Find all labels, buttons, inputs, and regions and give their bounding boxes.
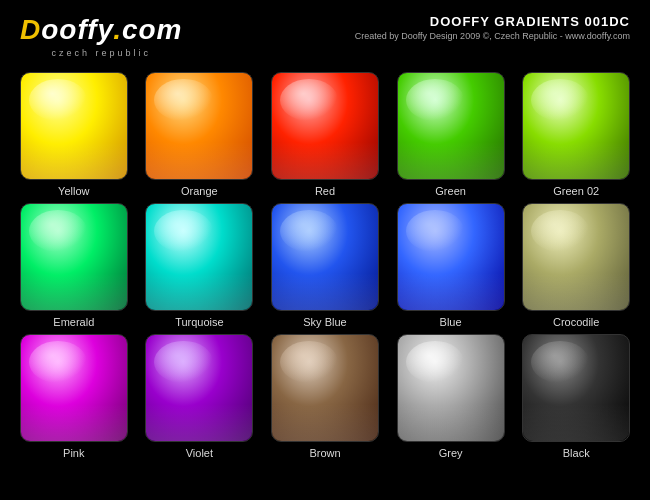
swatch-cell-violet[interactable]: Violet — [140, 334, 260, 459]
swatch-cell-yellow[interactable]: Yellow — [14, 72, 134, 197]
page: Dooffy.com czech republic DOOFFY GRADIEN… — [0, 0, 650, 469]
swatch-label-crocodile: Crocodile — [553, 316, 599, 328]
swatch-label-green02: Green 02 — [553, 185, 599, 197]
swatch-emerald — [20, 203, 128, 311]
page-title: DOOFFY GRADIENTS 001DC — [355, 14, 630, 29]
swatch-violet — [145, 334, 253, 442]
logo: Dooffy.com — [20, 14, 182, 46]
swatch-cell-green[interactable]: Green — [391, 72, 511, 197]
logo-area: Dooffy.com czech republic — [20, 14, 182, 58]
swatch-label-green: Green — [435, 185, 466, 197]
swatch-label-violet: Violet — [186, 447, 213, 459]
page-subtitle: Created by Dooffy Design 2009 ©, Czech R… — [355, 31, 630, 41]
swatch-cell-green02[interactable]: Green 02 — [516, 72, 636, 197]
swatch-label-turquoise: Turquoise — [175, 316, 224, 328]
logo-subtitle: czech republic — [20, 48, 182, 58]
header: Dooffy.com czech republic DOOFFY GRADIEN… — [0, 0, 650, 66]
swatch-turquoise — [145, 203, 253, 311]
swatch-cell-pink[interactable]: Pink — [14, 334, 134, 459]
swatch-crocodile — [522, 203, 630, 311]
swatch-yellow — [20, 72, 128, 180]
swatch-label-red: Red — [315, 185, 335, 197]
swatch-green — [397, 72, 505, 180]
swatch-label-yellow: Yellow — [58, 185, 89, 197]
swatch-cell-orange[interactable]: Orange — [140, 72, 260, 197]
swatch-blue — [397, 203, 505, 311]
swatch-red — [271, 72, 379, 180]
swatch-green02 — [522, 72, 630, 180]
swatch-label-blue: Blue — [440, 316, 462, 328]
swatch-cell-red[interactable]: Red — [265, 72, 385, 197]
swatch-cell-turquoise[interactable]: Turquoise — [140, 203, 260, 328]
swatch-cell-brown[interactable]: Brown — [265, 334, 385, 459]
swatch-label-orange: Orange — [181, 185, 218, 197]
swatches-grid: YellowOrangeRedGreenGreen 02EmeraldTurqu… — [0, 66, 650, 469]
swatch-orange — [145, 72, 253, 180]
swatch-label-black: Black — [563, 447, 590, 459]
swatch-label-brown: Brown — [309, 447, 340, 459]
swatch-cell-emerald[interactable]: Emerald — [14, 203, 134, 328]
swatch-label-grey: Grey — [439, 447, 463, 459]
swatch-label-pink: Pink — [63, 447, 84, 459]
swatch-pink — [20, 334, 128, 442]
swatch-cell-crocodile[interactable]: Crocodile — [516, 203, 636, 328]
swatch-cell-blue[interactable]: Blue — [391, 203, 511, 328]
swatch-label-emerald: Emerald — [53, 316, 94, 328]
swatch-cell-black[interactable]: Black — [516, 334, 636, 459]
swatch-grey — [397, 334, 505, 442]
title-area: DOOFFY GRADIENTS 001DC Created by Dooffy… — [355, 14, 630, 41]
swatch-cell-grey[interactable]: Grey — [391, 334, 511, 459]
swatch-brown — [271, 334, 379, 442]
swatch-black — [522, 334, 630, 442]
swatch-label-skyblue: Sky Blue — [303, 316, 346, 328]
swatch-cell-skyblue[interactable]: Sky Blue — [265, 203, 385, 328]
swatch-skyblue — [271, 203, 379, 311]
